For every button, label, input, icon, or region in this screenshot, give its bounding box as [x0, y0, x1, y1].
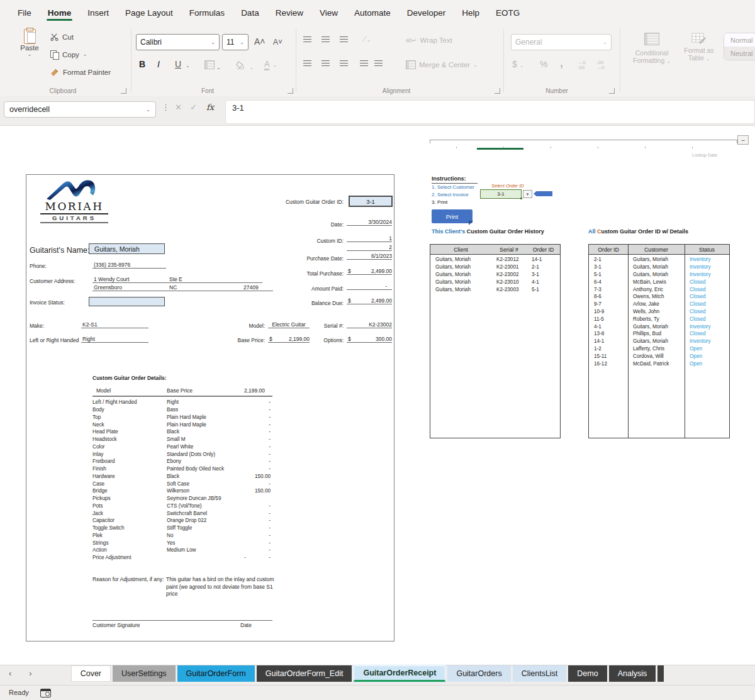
menu-tab-insert[interactable]: Insert [80, 3, 116, 22]
increase-decimal-button[interactable]: ←0.00 [578, 60, 585, 70]
grow-font-button[interactable]: A˄ [254, 36, 266, 47]
comma-format-button[interactable]: , [560, 57, 563, 70]
sheet-tab-usersettings[interactable]: UserSettings [113, 665, 176, 682]
underline-button[interactable]: U [175, 59, 181, 69]
number-format-combo[interactable]: General ⌄ [511, 34, 612, 50]
wrap-text-button[interactable]: ab↵ Wrap Text [406, 36, 452, 44]
instruction-step-3: 3. Print [432, 199, 447, 205]
cell: 13-8 [589, 331, 628, 336]
merge-center-button[interactable]: Merge & Center ⌄ [406, 60, 478, 69]
sheet-tab-analysis[interactable]: Analysis [609, 665, 656, 682]
name-box-splitter[interactable]: ⋮ [162, 103, 170, 112]
format-painter-button[interactable]: Format Painter [50, 68, 111, 76]
borders-button[interactable]: ⌄ [204, 60, 221, 72]
instructions-title: Instructions: [432, 175, 478, 184]
horizontal-align-buttons[interactable] [303, 60, 348, 67]
header-orderid: Order ID [527, 247, 560, 253]
invoice-status-field[interactable] [89, 297, 165, 306]
decrease-decimal-button[interactable]: .00→0 [596, 60, 604, 70]
selector-dropdown-button[interactable]: ▼ [523, 190, 532, 198]
cell: Price Adjustment [92, 555, 167, 560]
collapse-button[interactable]: − [737, 135, 749, 145]
phone-label: Phone: [30, 263, 47, 269]
fill-color-button[interactable]: ⌄ [236, 60, 254, 72]
alignment-dialog-launcher-icon[interactable] [495, 88, 500, 94]
menu-tab-formulas[interactable]: Formulas [182, 3, 232, 22]
cell: 4-1 [589, 324, 628, 330]
instruction-step-2: 2. Select Invoice [432, 192, 469, 197]
enter-icon[interactable]: ✓ [190, 103, 197, 112]
italic-button[interactable]: I [157, 59, 160, 69]
vertical-align-buttons[interactable] [303, 36, 348, 43]
sheet-tab-bar: ‹ › CoverUserSettingsGuitarOrderFormGuit… [0, 665, 755, 686]
style-neutral[interactable]: Neutral [724, 47, 755, 60]
print-button[interactable]: Print [432, 209, 473, 223]
sheet-tab-guitarorderform_edit[interactable]: GuitarOrderForm_Edit [257, 665, 352, 682]
order-id-selector[interactable]: 3-1 [480, 189, 522, 199]
font-name-combo[interactable]: Calibri ⌄ [136, 34, 220, 50]
cell: Guitars, Moriah [430, 257, 491, 262]
cell: K2-23012 [491, 257, 527, 262]
style-normal[interactable]: Normal [724, 33, 755, 47]
menu-tab-automate[interactable]: Automate [347, 3, 398, 22]
sheet-nav-left-icon[interactable]: ‹ [0, 665, 20, 678]
currency-format-button[interactable]: $ ⌄ [512, 59, 523, 69]
ribbon: Paste ⌄ Cut Copy ⌄ Format Painter Clipbo… [0, 24, 755, 97]
orders-table-header: Order ID Customer Status [589, 245, 729, 255]
cell-styles-gallery[interactable]: Normal Neutral [724, 33, 755, 60]
menu-tab-data[interactable]: Data [233, 3, 267, 22]
menu-tab-home[interactable]: Home [40, 3, 79, 22]
macro-record-icon[interactable] [40, 689, 51, 697]
menu-tab-eotg[interactable]: EOTG [488, 3, 527, 22]
copy-button[interactable]: Copy ⌄ [50, 50, 87, 58]
cut-button[interactable]: Cut [50, 33, 74, 41]
cell: - [246, 452, 272, 457]
menu-tab-help[interactable]: Help [454, 3, 487, 22]
font-dialog-launcher-icon[interactable] [288, 88, 293, 94]
font-color-button[interactable]: A ⌄ [264, 59, 277, 69]
bold-button[interactable]: B [139, 59, 145, 69]
cell: Wells, John [628, 309, 685, 314]
address-zip: 27409 [243, 284, 259, 291]
paste-button[interactable]: Paste ⌄ [18, 29, 42, 57]
sheet-nav-right-icon[interactable]: › [20, 665, 40, 678]
sheet-tab-guitarorders[interactable]: GuitarOrders [447, 665, 510, 682]
cell: Seymore Duncan JB/59 [167, 496, 237, 501]
sheet-tab-clipped[interactable] [657, 665, 664, 682]
cell: K2-23001 [491, 264, 527, 270]
name-box[interactable]: overridecell ⌄ [4, 101, 156, 118]
cancel-icon[interactable]: ✕ [175, 103, 182, 112]
number-dialog-launcher-icon[interactable] [609, 88, 615, 94]
order-row: 2-1Guitars, MoriahInventory [589, 256, 729, 264]
menu-tab-page-layout[interactable]: Page Layout [118, 3, 181, 22]
sheet-tab-guitarorderreceipt[interactable]: GuitarOrderReceipt [354, 665, 445, 682]
format-as-table-button[interactable]: Format as Table ⌄ [680, 33, 719, 63]
menu-tab-file[interactable]: File [10, 3, 39, 22]
formula-input[interactable]: 3-1 [225, 100, 755, 124]
cell: - [246, 444, 272, 450]
balance-due-label: Balance Due: [218, 300, 344, 306]
indent-buttons[interactable] [360, 60, 383, 67]
menu-tab-review[interactable]: Review [268, 3, 311, 22]
percent-format-button[interactable]: % [540, 59, 547, 69]
sheet-tab-demo[interactable]: Demo [568, 665, 607, 682]
menu-tab-view[interactable]: View [312, 3, 345, 22]
fx-icon[interactable]: fx [206, 103, 214, 112]
lookup-scroll-strip[interactable] [430, 140, 737, 143]
shrink-font-button[interactable]: A˅ [273, 38, 282, 47]
details-header-baseprice: Base Price [167, 387, 241, 394]
sheet-tab-cover[interactable]: Cover [71, 665, 111, 682]
clipboard-dialog-launcher-icon[interactable] [121, 88, 126, 94]
cell: Black [167, 474, 237, 479]
sheet-tab-clientslist[interactable]: ClientsList [513, 665, 567, 682]
order-id-cell[interactable]: 3-1 [349, 196, 393, 207]
guitarist-name-field[interactable]: Guitars, Moriah [89, 243, 165, 254]
orientation-button[interactable]: ⟋⌄ [362, 35, 371, 43]
menu-tab-developer[interactable]: Developer [400, 3, 454, 22]
cell: Bridge [92, 488, 167, 494]
font-size-combo[interactable]: 11 ⌄ [222, 34, 249, 50]
order-row: 3-1Guitars, MoriahInventory [589, 264, 729, 271]
conditional-formatting-button[interactable]: Conditional Formatting ⌄ [632, 33, 671, 65]
sheet-tab-guitarorderform[interactable]: GuitarOrderForm [177, 665, 255, 682]
cell: Guitars, Moriah [628, 257, 685, 262]
